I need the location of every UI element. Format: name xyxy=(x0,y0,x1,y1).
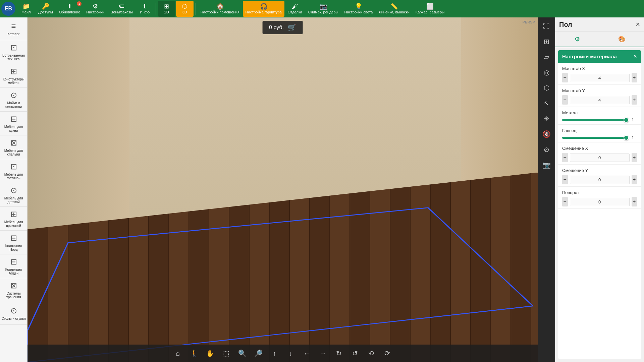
info-icon: ℹ xyxy=(144,3,146,9)
main-layout: ≡ Каталог ⊡ Встраиваемая техника ⊞ Конст… xyxy=(0,17,644,362)
mat-offset-y-input[interactable] xyxy=(570,176,630,184)
bottom-down-btn[interactable]: ↓ xyxy=(283,346,298,361)
mat-offset-x-input[interactable] xyxy=(570,154,630,162)
toolbar-prices[interactable]: 🏷 Цены/заказы xyxy=(108,1,135,17)
rt-mute-btn[interactable]: 🔇 xyxy=(539,127,554,141)
bottom-undo-view-btn[interactable]: ⟲ xyxy=(364,346,379,361)
sidebar-item-sinks[interactable]: ⊙ Мойки и смесители xyxy=(0,88,27,112)
storage-icon: ⊠ xyxy=(10,281,17,290)
mat-settings-close-btn[interactable]: × xyxy=(633,53,637,60)
bottom-redo-view-btn[interactable]: ⟳ xyxy=(380,346,395,361)
viewport-3d[interactable]: 0 руб. 🛒 PERSP ⌂ 🚶 ✋ ⬚ 🔍 🔎 ↑ ↓ ← xyxy=(28,17,538,362)
tab-settings[interactable]: ⚙ xyxy=(555,32,600,47)
mat-scale-y-input[interactable] xyxy=(570,96,630,104)
mat-gloss-slider[interactable] xyxy=(562,137,629,139)
sidebar-item-catalog[interactable]: ≡ Каталог xyxy=(0,17,27,40)
toolbar-file[interactable]: 📁 Файл xyxy=(17,1,35,17)
toolbar-update[interactable]: ⬆ Обновление 1 xyxy=(56,1,83,17)
file-icon: 📁 xyxy=(22,3,30,9)
catalog-icon: ≡ xyxy=(11,21,16,31)
bottom-home-btn[interactable]: ⌂ xyxy=(171,346,185,361)
chairs-icon: ⊙ xyxy=(10,306,17,315)
bottom-rotate-cw-btn[interactable]: ↻ xyxy=(332,346,346,361)
mat-scale-y-minus[interactable]: − xyxy=(562,95,568,105)
sidebar-item-bedroom[interactable]: ⊠ Мебель для спальни xyxy=(0,135,27,159)
constructors-icon: ⊞ xyxy=(10,67,17,76)
bottom-walk-btn[interactable]: 🚶 xyxy=(187,346,202,361)
mat-rotation-minus[interactable]: − xyxy=(562,197,568,206)
bottom-up-btn[interactable]: ↑ xyxy=(267,346,282,361)
sidebar-item-kids[interactable]: ⊙ Мебель для детской xyxy=(0,183,27,207)
mat-field-metal: Металл 1 xyxy=(558,107,641,125)
bottom-zoom-in-btn[interactable]: 🔍 xyxy=(235,346,250,361)
sidebar-item-nord[interactable]: ⊟ Коллекция Норд xyxy=(0,231,27,254)
rt-sphere-btn[interactable]: ◎ xyxy=(539,65,554,80)
rt-grid-btn[interactable]: ⊞ xyxy=(539,34,554,49)
rt-hide-btn[interactable]: ⊘ xyxy=(539,142,554,157)
mat-metal-slider[interactable] xyxy=(562,119,629,121)
mat-field-scale-y: Масштаб Y − + xyxy=(558,85,641,107)
mat-offset-y-plus[interactable]: + xyxy=(632,175,637,184)
sidebar-item-kitchen[interactable]: ⊟ Мебель для кухни xyxy=(0,112,27,135)
mat-scale-x-input[interactable] xyxy=(570,74,630,82)
mat-offset-x-minus[interactable]: − xyxy=(562,153,568,162)
bottom-left-btn[interactable]: ← xyxy=(300,346,314,361)
toolbar-2d[interactable]: ⊞ 2D xyxy=(158,1,175,17)
toolbar-3d[interactable]: ⬡ 3D xyxy=(176,1,194,17)
sinks-icon: ⊙ xyxy=(10,90,17,100)
mat-value-row-scale-x: − + xyxy=(562,73,637,82)
mat-label-scale-y: Масштаб Y xyxy=(562,88,637,93)
viewport-container: 0 руб. 🛒 PERSP ⌂ 🚶 ✋ ⬚ 🔍 🔎 ↑ ↓ ← xyxy=(28,17,555,362)
bottom-right-btn[interactable]: → xyxy=(316,346,330,361)
toolbar-frame[interactable]: ⬜ Каркас, размеры xyxy=(413,1,447,17)
sidebar-item-living[interactable]: ⊡ Мебель для гостиной xyxy=(0,159,27,183)
panel-close-btn[interactable]: × xyxy=(636,20,640,29)
sidebar-item-aiden[interactable]: ⊟ Коллекция Айден xyxy=(0,254,27,278)
sidebar-item-constructors[interactable]: ⊞ Конструкторы мебели xyxy=(0,64,27,88)
sidebar-item-storage[interactable]: ⊠ Системы хранения xyxy=(0,278,27,302)
toolbar-room-settings[interactable]: 🏠 Настройки помещения xyxy=(198,1,242,17)
mat-metal-value: 1 xyxy=(632,117,637,122)
app-logo[interactable]: EB xyxy=(1,2,15,16)
toolbar-info[interactable]: ℹ Инфо xyxy=(136,1,154,17)
mat-scale-x-plus[interactable]: + xyxy=(632,73,637,82)
builtin-icon: ⊡ xyxy=(10,43,17,52)
mat-scale-y-plus[interactable]: + xyxy=(632,95,637,105)
rt-fullscreen-btn[interactable]: ⛶ xyxy=(539,19,554,34)
toolbar-render[interactable]: 📷 Снимок, рендеры xyxy=(306,1,341,17)
tab-paint[interactable]: 🎨 xyxy=(600,32,644,47)
mat-rotation-input[interactable] xyxy=(570,198,630,206)
mat-offset-x-plus[interactable]: + xyxy=(632,153,637,162)
toolbar-settings[interactable]: ⚙ Настройки xyxy=(84,1,107,17)
toolbar-finish[interactable]: 🖌 Отделка xyxy=(285,1,305,17)
mat-slider-row-gloss: 1 xyxy=(562,135,637,140)
mat-rotation-plus[interactable]: + xyxy=(632,197,637,206)
rt-box-btn[interactable]: ⬡ xyxy=(539,80,554,95)
left-sidebar: ≡ Каталог ⊡ Встраиваемая техника ⊞ Конст… xyxy=(0,17,28,362)
mat-label-scale-x: Масштаб X xyxy=(562,66,637,71)
kitchen-icon: ⊟ xyxy=(10,114,17,124)
mat-offset-y-minus[interactable]: − xyxy=(562,175,568,184)
rt-light-btn[interactable]: ☀ xyxy=(539,111,554,126)
mat-label-gloss: Глянец xyxy=(562,128,637,133)
toolbar-rulers[interactable]: 📏 Линейка, выноски xyxy=(376,1,412,17)
toolbar-headset[interactable]: 🎧 Настройка гарнитура xyxy=(243,1,284,17)
bottom-select-btn[interactable]: ⬚ xyxy=(219,346,234,361)
bottom-zoom-out-btn[interactable]: 🔎 xyxy=(251,346,266,361)
sidebar-item-builtin[interactable]: ⊡ Встраиваемая техника xyxy=(0,40,27,64)
rt-frame-btn[interactable]: ▱ xyxy=(539,50,554,64)
mat-scale-x-minus[interactable]: − xyxy=(562,73,568,82)
mat-field-offset-x: Смещение X − + xyxy=(558,142,641,165)
sidebar-item-hallway[interactable]: ⊞ Мебель для прихожей xyxy=(0,207,27,231)
toolbar-access[interactable]: 🔑 Доступы xyxy=(36,1,56,17)
bottom-rotate-ccw-btn[interactable]: ↺ xyxy=(348,346,363,361)
bottom-hand-btn[interactable]: ✋ xyxy=(203,346,218,361)
cart-icon: 🛒 xyxy=(288,23,296,32)
sidebar-item-chairs[interactable]: ⊙ Столы и стулья xyxy=(0,302,27,325)
mat-metal-thumb xyxy=(624,117,629,123)
toolbar-light[interactable]: 💡 Настройки света xyxy=(341,1,375,17)
rt-cursor-btn[interactable]: ↖ xyxy=(539,96,554,111)
mat-field-gloss: Глянец 1 xyxy=(558,125,641,142)
room-canvas: 0 руб. 🛒 PERSP xyxy=(28,17,538,362)
rt-photo-btn[interactable]: 📷 xyxy=(539,158,554,172)
